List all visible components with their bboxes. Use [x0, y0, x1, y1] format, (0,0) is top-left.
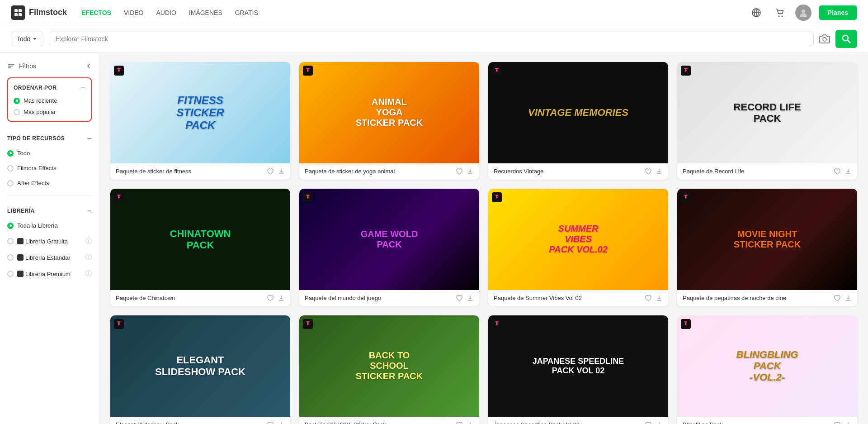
- card-fitness[interactable]: FITNESSSTICKERPACK Paquete de sticker de…: [110, 62, 290, 180]
- library-title: LIBRERÍA: [7, 208, 35, 214]
- library-free[interactable]: Librería Gratuita ⓘ: [7, 235, 92, 247]
- search-input[interactable]: [56, 35, 807, 43]
- sort-toggle[interactable]: −: [80, 84, 85, 92]
- card-like-btn-japanese[interactable]: [645, 421, 652, 424]
- card-school[interactable]: Back ToSCHOOLSticker Pack Back To SCHOOL…: [299, 315, 479, 424]
- card-actions-elegant: [267, 421, 285, 424]
- card-download-btn-movie[interactable]: [844, 295, 852, 302]
- sort-popular[interactable]: Más popular: [14, 109, 85, 115]
- card-yoga[interactable]: AnimalYogaSticker Pack Paquete de sticke…: [299, 62, 479, 180]
- card-like-btn-game[interactable]: [456, 295, 463, 302]
- card-info-summer: Paquete de Summer Vibes Vol 02: [488, 290, 668, 306]
- card-download-btn-record[interactable]: [844, 168, 852, 175]
- card-japanese[interactable]: Japanese SpeedlinePack Vol 02 Japanese S…: [488, 315, 668, 424]
- library-toggle[interactable]: −: [87, 207, 92, 215]
- user-avatar[interactable]: [795, 5, 811, 21]
- card-download-btn-yoga[interactable]: [467, 168, 474, 175]
- card-download-btn-elegant[interactable]: [278, 421, 285, 424]
- logo-icon: [11, 5, 25, 20]
- card-thumb-yoga: AnimalYogaSticker Pack: [299, 62, 479, 163]
- card-like-btn-vintage[interactable]: [645, 168, 652, 175]
- card-record[interactable]: RECORD LIFEPACK Paquete de Record Life: [677, 62, 857, 180]
- library-premium-badge: [17, 271, 24, 277]
- sort-recent[interactable]: Más reciente: [14, 97, 85, 104]
- card-like-btn-fitness[interactable]: [267, 168, 274, 175]
- navbar-links: EFECTOS VIDEO AUDIO IMÁGENES GRATIS: [81, 9, 258, 16]
- card-like-btn-chinatown[interactable]: [267, 295, 274, 302]
- nav-imagenes[interactable]: IMÁGENES: [189, 9, 222, 16]
- nav-video[interactable]: VIDEO: [124, 9, 144, 16]
- card-thumb-text: BlingblingPack-Vol.2-: [733, 345, 802, 387]
- nav-audio[interactable]: AUDIO: [156, 9, 176, 16]
- card-badge-japanese: [492, 319, 502, 329]
- resource-toggle[interactable]: −: [87, 134, 92, 143]
- resource-todo-check: [7, 150, 14, 157]
- card-actions-movie: [834, 295, 852, 302]
- search-dropdown[interactable]: Todo: [11, 32, 43, 46]
- cards-grid: FITNESSSTICKERPACK Paquete de sticker de…: [110, 62, 857, 424]
- main-layout: Filtros ORDENAR POR − Más reciente Más p…: [0, 53, 868, 424]
- card-badge-school: [303, 319, 313, 329]
- cart-icon-button[interactable]: [772, 5, 788, 21]
- globe-icon-button[interactable]: [748, 5, 764, 21]
- resource-todo[interactable]: Todo: [7, 148, 92, 158]
- card-download-btn-chinatown[interactable]: [278, 295, 285, 302]
- card-like-btn-summer[interactable]: [645, 295, 652, 302]
- card-info-movie: Paquete de pegatinas de noche de cine: [677, 290, 857, 306]
- sidebar-top[interactable]: Filtros: [7, 62, 92, 70]
- card-download-btn-vintage[interactable]: [656, 168, 663, 175]
- card-thumb-text: CHINATOWNPACK: [166, 224, 235, 255]
- card-movie[interactable]: MOVIE NIGHTSticker Pack Paquete de pegat…: [677, 189, 857, 306]
- sidebar: Filtros ORDENAR POR − Más reciente Más p…: [0, 53, 99, 424]
- card-vintage[interactable]: Vintage Memories Recuerdos Vintage: [488, 62, 668, 180]
- card-thumb-vintage: Vintage Memories: [488, 62, 668, 163]
- card-chinatown[interactable]: CHINATOWNPACK Paquete de Chinatown: [110, 189, 290, 306]
- sort-recent-radio: [14, 98, 20, 104]
- card-badge-chinatown: [114, 192, 124, 202]
- card-actions-fitness: [267, 168, 285, 175]
- library-free-check: [7, 238, 14, 244]
- card-badge-summer: [492, 192, 502, 202]
- nav-gratis[interactable]: GRATIS: [235, 9, 258, 16]
- card-thumb-bling: BlingblingPack-Vol.2-: [677, 315, 857, 417]
- card-summer[interactable]: SummerVibespack Vol.02 Paquete de Summer…: [488, 189, 668, 306]
- card-like-btn-movie[interactable]: [834, 295, 841, 302]
- library-premium-info[interactable]: ⓘ: [85, 270, 92, 278]
- camera-search-button[interactable]: [819, 33, 830, 44]
- card-download-btn-summer[interactable]: [656, 295, 663, 302]
- card-elegant[interactable]: ELEGANTSLIDESHOW PACK Elegant Slideshow …: [110, 315, 290, 424]
- card-like-btn-record[interactable]: [834, 168, 841, 175]
- nav-efectos[interactable]: EFECTOS: [81, 9, 111, 16]
- card-like-btn-elegant[interactable]: [267, 421, 274, 424]
- library-standard[interactable]: Librería Estándar ⓘ: [7, 252, 92, 263]
- resource-filmora[interactable]: Filmora Effects: [7, 163, 92, 173]
- card-bling[interactable]: BlingblingPack-Vol.2- Blingbling Pack: [677, 315, 857, 424]
- card-thumb-summer: SummerVibespack Vol.02: [488, 189, 668, 290]
- library-free-info[interactable]: ⓘ: [85, 237, 92, 245]
- card-thumb-text: Game WoldPack: [357, 225, 422, 253]
- card-actions-bling: [834, 421, 852, 424]
- logo[interactable]: Filmstock: [11, 5, 67, 20]
- resource-options: Todo Filmora Effects After Effects: [7, 148, 92, 188]
- card-download-btn-bling[interactable]: [844, 421, 852, 424]
- library-premium[interactable]: Librería Premium ⓘ: [7, 268, 92, 280]
- library-standard-info[interactable]: ⓘ: [85, 253, 92, 262]
- resource-section: TIPO DE RECURSOS − Todo Filmora Effects …: [7, 129, 92, 194]
- sort-header: ORDENAR POR −: [14, 84, 85, 92]
- card-download-btn-school[interactable]: [467, 421, 474, 424]
- resource-aftereffects[interactable]: After Effects: [7, 178, 92, 188]
- library-all[interactable]: Toda la Librería: [7, 220, 92, 231]
- search-submit-button[interactable]: [835, 30, 857, 48]
- library-standard-badge: [17, 254, 24, 261]
- card-like-btn-bling[interactable]: [834, 421, 841, 424]
- card-download-btn-japanese[interactable]: [656, 421, 663, 424]
- card-info-fitness: Paquete de sticker de fitness: [110, 163, 290, 180]
- card-game[interactable]: Game WoldPack Paquete del mundo del jueg…: [299, 189, 479, 306]
- card-thumb-school: Back ToSCHOOLSticker Pack: [299, 315, 479, 417]
- card-like-btn-yoga[interactable]: [456, 168, 463, 175]
- card-info-school: Back To SCHOOL Sticker Pack: [299, 417, 479, 424]
- card-download-btn-game[interactable]: [467, 295, 474, 302]
- card-download-btn-fitness[interactable]: [278, 168, 285, 175]
- planes-button[interactable]: Planes: [819, 5, 857, 20]
- card-like-btn-school[interactable]: [456, 421, 463, 424]
